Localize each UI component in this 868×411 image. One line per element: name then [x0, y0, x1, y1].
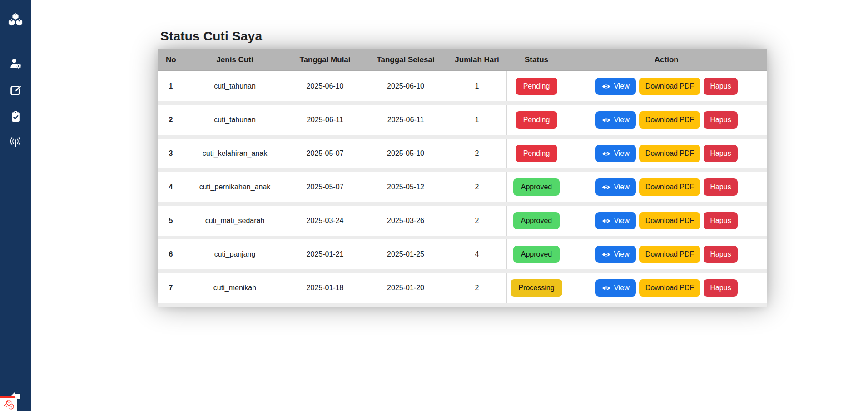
table-row: 7 cuti_menikah 2025-01-18 2025-01-20 2 P… [158, 271, 767, 305]
cell-status: Approved [507, 238, 566, 271]
col-header-tanggal-selesai: Tanggal Selesai [364, 49, 447, 71]
cell-action: View Download PDF Hapus [566, 137, 767, 170]
cubes-logo-icon[interactable] [8, 12, 23, 30]
table-row: 6 cuti_panjang 2025-01-21 2025-01-25 4 A… [158, 238, 767, 271]
page-title: Status Cuti Saya [160, 29, 767, 44]
hapus-button[interactable]: Hapus [704, 178, 737, 196]
main-content: Status Cuti Saya No Jenis Cuti Tanggal M… [158, 29, 767, 307]
leave-status-table-wrap: No Jenis Cuti Tanggal Mulai Tanggal Sele… [158, 49, 767, 307]
view-button[interactable]: View [595, 246, 635, 263]
view-button-label: View [614, 83, 629, 90]
cell-tanggal-selesai: 2025-06-11 [364, 103, 447, 137]
cell-status: Processing [507, 271, 566, 305]
download-pdf-button-label: Download PDF [645, 284, 694, 292]
cell-no: 3 [158, 137, 184, 170]
cell-action: View Download PDF Hapus [566, 170, 767, 204]
action-buttons: View Download PDF Hapus [567, 279, 766, 297]
cell-tanggal-mulai: 2025-05-07 [286, 137, 364, 170]
col-header-tanggal-mulai: Tanggal Mulai [286, 49, 364, 71]
cell-tanggal-selesai: 2025-01-20 [364, 271, 447, 305]
action-buttons: View Download PDF Hapus [567, 246, 766, 263]
col-header-no: No [158, 49, 184, 71]
clipboard-check-icon[interactable] [10, 110, 21, 122]
download-pdf-button[interactable]: Download PDF [639, 78, 701, 95]
cell-no: 7 [158, 271, 184, 305]
cell-jumlah-hari: 1 [447, 71, 507, 103]
broadcast-tower-icon[interactable] [10, 137, 21, 149]
cell-action: View Download PDF Hapus [566, 204, 767, 238]
view-button[interactable]: View [595, 78, 635, 95]
hapus-button[interactable]: Hapus [704, 212, 737, 229]
cell-tanggal-mulai: 2025-06-11 [286, 103, 364, 137]
leave-status-table: No Jenis Cuti Tanggal Mulai Tanggal Sele… [158, 49, 767, 307]
cell-jenis-cuti: cuti_panjang [184, 238, 286, 271]
action-buttons: View Download PDF Hapus [567, 111, 766, 129]
status-badge: Approved [513, 246, 560, 262]
view-button-label: View [614, 284, 629, 292]
cell-jenis-cuti: cuti_kelahiran_anak [184, 137, 286, 170]
download-pdf-button-label: Download PDF [645, 251, 694, 258]
col-header-jumlah-hari: Jumlah Hari [447, 49, 507, 71]
cell-tanggal-selesai: 2025-05-12 [364, 170, 447, 204]
cell-tanggal-selesai: 2025-06-10 [364, 71, 447, 103]
view-button-label: View [614, 150, 629, 157]
cell-status: Pending [507, 137, 566, 170]
cell-jumlah-hari: 4 [447, 238, 507, 271]
col-header-jenis-cuti: Jenis Cuti [184, 49, 286, 71]
hapus-button-label: Hapus [710, 217, 731, 224]
cell-jumlah-hari: 2 [447, 170, 507, 204]
hapus-button-label: Hapus [710, 83, 731, 90]
cell-tanggal-mulai: 2025-05-07 [286, 170, 364, 204]
view-button-label: View [614, 183, 629, 191]
table-row: 5 cuti_mati_sedarah 2025-03-24 2025-03-2… [158, 204, 767, 238]
eye-icon [602, 83, 610, 90]
view-button-label: View [614, 116, 629, 124]
hapus-button-label: Hapus [710, 183, 731, 191]
table-header-row: No Jenis Cuti Tanggal Mulai Tanggal Sele… [158, 49, 767, 71]
download-pdf-button-label: Download PDF [645, 83, 694, 90]
cell-jenis-cuti: cuti_menikah [184, 271, 286, 305]
view-button[interactable]: View [595, 145, 635, 162]
download-pdf-button-label: Download PDF [645, 150, 694, 157]
action-buttons: View Download PDF Hapus [567, 145, 766, 162]
status-badge: Pending [516, 145, 558, 162]
cell-jumlah-hari: 2 [447, 137, 507, 170]
download-pdf-button[interactable]: Download PDF [639, 246, 701, 263]
download-pdf-button-label: Download PDF [645, 217, 694, 224]
cell-jumlah-hari: 2 [447, 271, 507, 305]
cell-jenis-cuti: cuti_mati_sedarah [184, 204, 286, 238]
cell-no: 5 [158, 204, 184, 238]
eye-icon [602, 218, 610, 224]
hapus-button[interactable]: Hapus [704, 111, 737, 129]
download-pdf-button[interactable]: Download PDF [639, 111, 701, 129]
status-badge: Pending [516, 111, 558, 128]
cell-no: 1 [158, 71, 184, 103]
cell-tanggal-mulai: 2025-01-18 [286, 271, 364, 305]
user-gear-icon[interactable] [10, 58, 21, 69]
cell-no: 6 [158, 238, 184, 271]
download-pdf-button[interactable]: Download PDF [639, 145, 701, 162]
hapus-button[interactable]: Hapus [704, 78, 737, 95]
view-button[interactable]: View [595, 111, 635, 129]
cell-action: View Download PDF Hapus [566, 103, 767, 137]
cell-tanggal-mulai: 2025-01-21 [286, 238, 364, 271]
hapus-button[interactable]: Hapus [704, 145, 737, 162]
download-pdf-button[interactable]: Download PDF [639, 279, 701, 297]
action-buttons: View Download PDF Hapus [567, 78, 766, 95]
download-pdf-button[interactable]: Download PDF [639, 178, 701, 196]
eye-icon [602, 285, 610, 292]
view-button[interactable]: View [595, 279, 635, 297]
cell-jenis-cuti: cuti_tahunan [184, 71, 286, 103]
hapus-button[interactable]: Hapus [704, 279, 737, 297]
debugbar-laravel-button[interactable] [0, 398, 17, 411]
edit-pen-square-icon[interactable] [10, 84, 21, 96]
eye-icon [602, 150, 610, 157]
view-button[interactable]: View [595, 212, 635, 229]
cell-tanggal-selesai: 2025-05-10 [364, 137, 447, 170]
hapus-button[interactable]: Hapus [704, 246, 737, 263]
view-button[interactable]: View [595, 178, 635, 196]
cell-status: Approved [507, 170, 566, 204]
hapus-button-label: Hapus [710, 116, 731, 124]
download-pdf-button[interactable]: Download PDF [639, 212, 701, 229]
download-pdf-button-label: Download PDF [645, 116, 694, 124]
